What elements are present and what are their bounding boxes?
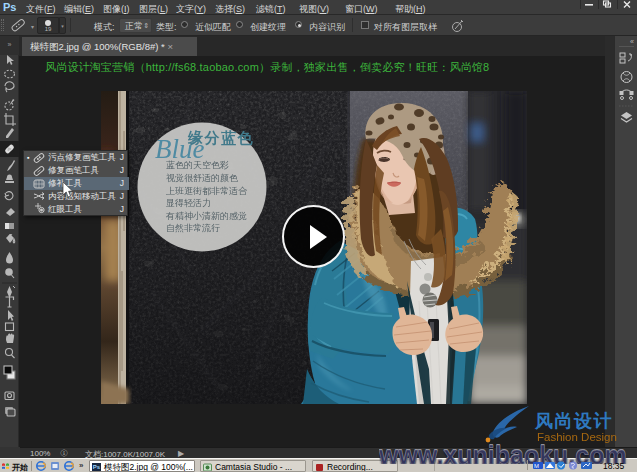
svg-text:视觉很舒适的颜色: 视觉很舒适的颜色 (166, 173, 239, 183)
svg-text:显得轻活力: 显得轻活力 (165, 198, 211, 208)
svg-text:上班逛街都非常适合: 上班逛街都非常适合 (166, 186, 248, 196)
svg-text:风尚设计: 风尚设计 (534, 411, 613, 431)
svg-text:Fashion Design: Fashion Design (537, 431, 617, 443)
svg-text:自然非常流行: 自然非常流行 (166, 223, 220, 233)
svg-text:蓝色的天空色彩: 蓝色的天空色彩 (166, 160, 229, 170)
svg-text:M: M (534, 463, 539, 469)
svg-text:有精神小清新的感觉: 有精神小清新的感觉 (165, 211, 247, 221)
